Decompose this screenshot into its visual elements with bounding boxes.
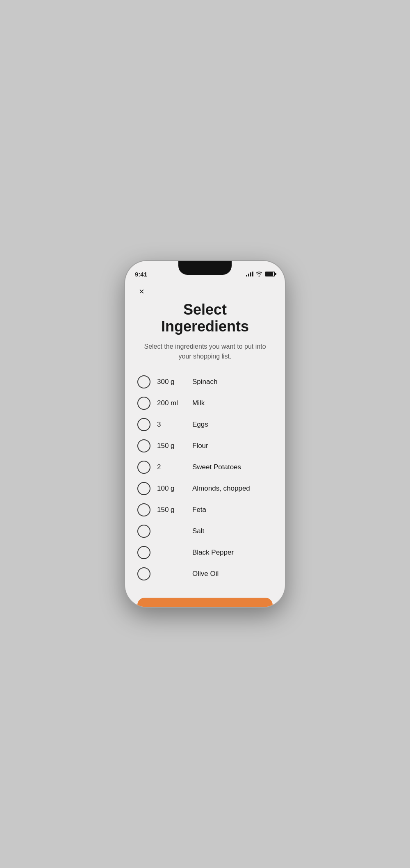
ingredient-checkbox-9[interactable] — [137, 546, 150, 559]
ingredient-checkbox-8[interactable] — [137, 525, 150, 538]
page-title: SelectIngeredients — [137, 301, 273, 335]
ingredient-name-10: Olive Oil — [192, 570, 219, 578]
ingredient-name-9: Black Pepper — [192, 548, 234, 557]
list-item: 200 ml Milk — [137, 393, 273, 414]
battery-icon — [265, 272, 275, 276]
ingredient-checkbox-4[interactable] — [137, 439, 150, 452]
list-item: 300 g Spinach — [137, 371, 273, 393]
list-item: Olive Oil — [137, 563, 273, 585]
list-item: Salt — [137, 521, 273, 542]
ingredients-list: 300 g Spinach 200 ml Milk 3 Eggs 150 g F… — [137, 371, 273, 585]
signal-icon — [246, 272, 253, 276]
ingredient-quantity-7: 150 g — [157, 506, 186, 514]
list-item: 100 g Almonds, chopped — [137, 478, 273, 499]
page-subtitle: Select the ingredients you want to put i… — [137, 342, 273, 361]
list-item: 2 Sweet Potatoes — [137, 457, 273, 478]
status-icons — [246, 272, 275, 276]
ingredient-name-1: Spinach — [192, 378, 217, 386]
ingredient-quantity-6: 100 g — [157, 484, 186, 493]
wifi-icon — [256, 272, 262, 276]
ingredient-quantity-5: 2 — [157, 463, 186, 471]
ingredient-name-2: Milk — [192, 399, 205, 407]
ingredient-name-3: Eggs — [192, 420, 208, 429]
ingredient-checkbox-2[interactable] — [137, 397, 150, 410]
ingredient-checkbox-3[interactable] — [137, 418, 150, 431]
ingredient-checkbox-5[interactable] — [137, 461, 150, 474]
status-time: 9:41 — [135, 271, 147, 278]
ingredient-name-4: Flour — [192, 442, 208, 450]
notch — [178, 261, 232, 275]
ingredient-name-6: Almonds, chopped — [192, 484, 250, 493]
ingredient-name-5: Sweet Potatoes — [192, 463, 241, 471]
ingredient-checkbox-1[interactable] — [137, 375, 150, 388]
close-button[interactable]: × — [137, 286, 146, 298]
ingredient-checkbox-6[interactable] — [137, 482, 150, 495]
ingredient-quantity-3: 3 — [157, 420, 186, 429]
ingredient-quantity-1: 300 g — [157, 378, 186, 386]
list-item: 150 g Flour — [137, 435, 273, 457]
add-to-shopping-list-button[interactable]: Add to Shopping List — [137, 598, 273, 607]
ingredient-checkbox-10[interactable] — [137, 567, 150, 580]
list-item: 150 g Feta — [137, 499, 273, 521]
phone-frame: 9:41 × SelectIngeredients — [125, 261, 285, 607]
ingredient-name-8: Salt — [192, 527, 204, 535]
ingredient-checkbox-7[interactable] — [137, 503, 150, 516]
ingredient-quantity-2: 200 ml — [157, 399, 186, 407]
list-item: Black Pepper — [137, 542, 273, 563]
list-item: 3 Eggs — [137, 414, 273, 435]
ingredient-name-7: Feta — [192, 506, 206, 514]
ingredient-quantity-4: 150 g — [157, 442, 186, 450]
main-content: × SelectIngeredients Select the ingredie… — [125, 281, 285, 607]
